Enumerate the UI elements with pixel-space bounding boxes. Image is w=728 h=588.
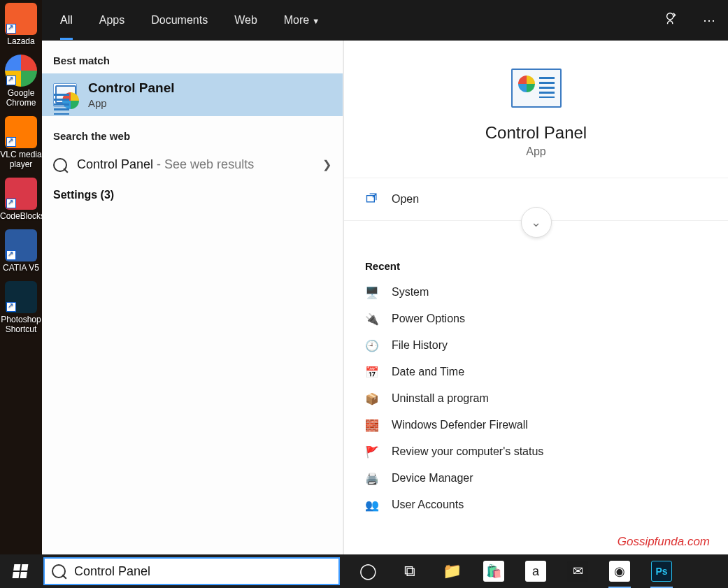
- best-match-result[interactable]: Control Panel App: [42, 73, 343, 116]
- recent-item-label: System: [392, 286, 429, 299]
- taskbar-search-box[interactable]: [43, 557, 340, 585]
- recent-item-label: Windows Defender Firewall: [392, 419, 528, 431]
- tab-web[interactable]: Web: [234, 1, 257, 40]
- web-result-row[interactable]: Control Panel - See web results ❯: [42, 149, 343, 180]
- search-web-header: Search the web: [42, 116, 343, 149]
- desktop-shortcut[interactable]: VLC media player: [0, 113, 42, 175]
- app-icon: [5, 281, 37, 313]
- search-tabs: AllAppsDocumentsWebMore▼ ⋯: [42, 0, 728, 41]
- taskview-icon[interactable]: ⧉: [389, 554, 431, 588]
- tab-actions: ⋯: [664, 0, 715, 41]
- recent-item[interactable]: 📦Uninstall a program: [365, 385, 707, 412]
- web-query: Control Panel: [77, 157, 153, 171]
- tab-more[interactable]: More▼: [284, 1, 320, 40]
- feedback-icon[interactable]: [664, 11, 679, 30]
- detail-column: Control Panel App Open ⌄ Recent 🖥️System…: [343, 41, 728, 554]
- start-button[interactable]: [0, 554, 41, 588]
- recent-item-icon: 🕘: [365, 338, 379, 352]
- taskbar-app-glyph: 🛍️: [483, 561, 504, 582]
- desktop-label: Photoshop Shortcut: [0, 315, 42, 334]
- desktop-shortcut[interactable]: Google Chrome: [0, 52, 42, 113]
- taskbar-app-glyph: a: [525, 561, 546, 582]
- svg-point-0: [667, 13, 673, 19]
- results-column: Best match Control Panel App Search the …: [42, 41, 343, 554]
- recent-list: 🖥️System🔌Power Options🕘File History📅Date…: [365, 279, 707, 518]
- recent-item[interactable]: 🖨️Device Manager: [365, 465, 707, 492]
- desktop-label: CodeBlocks: [0, 211, 42, 221]
- shortcut-badge-icon: [6, 76, 16, 85]
- search-panel: AllAppsDocumentsWebMore▼ ⋯ Best match Co…: [42, 0, 728, 554]
- taskbar-app-glyph: ⧉: [399, 561, 420, 582]
- app-icon: [5, 178, 37, 210]
- desktop-shortcut[interactable]: CATIA V5: [0, 227, 42, 278]
- best-match-title: Control Panel: [88, 80, 175, 96]
- recent-section: Recent 🖥️System🔌Power Options🕘File Histo…: [344, 243, 728, 525]
- recent-item[interactable]: 🕘File History: [365, 332, 707, 359]
- recent-item[interactable]: 🖥️System: [365, 279, 707, 306]
- web-result-text: Control Panel - See web results: [77, 157, 313, 172]
- open-icon: [365, 191, 379, 208]
- web-suffix: - See web results: [153, 157, 254, 171]
- detail-header: Control Panel App: [344, 41, 728, 178]
- recent-item-icon: 🖨️: [365, 471, 379, 485]
- recent-header: Recent: [365, 250, 707, 279]
- detail-subtitle: App: [526, 145, 545, 158]
- mail-icon[interactable]: ✉: [557, 554, 599, 588]
- chevron-right-icon: ❯: [322, 158, 331, 171]
- recent-item[interactable]: 📅Date and Time: [365, 359, 707, 385]
- recent-item[interactable]: 🚩Review your computer's status: [365, 438, 707, 465]
- windows-logo-icon: [13, 564, 29, 578]
- control-panel-icon: [53, 83, 77, 107]
- recent-item-icon: 👥: [365, 498, 379, 512]
- tab-documents[interactable]: Documents: [151, 1, 208, 40]
- search-input[interactable]: [74, 564, 331, 579]
- recent-item[interactable]: 🧱Windows Defender Firewall: [365, 412, 707, 438]
- shortcut-badge-icon: [6, 302, 16, 312]
- tab-apps[interactable]: Apps: [99, 1, 124, 40]
- recent-item-label: Device Manager: [392, 472, 473, 485]
- expand-button[interactable]: ⌄: [521, 207, 552, 238]
- taskbar-app-glyph: ✉: [567, 561, 588, 582]
- store-icon[interactable]: 🛍️: [473, 554, 515, 588]
- photoshop-icon[interactable]: Ps: [641, 554, 683, 588]
- search-icon: [52, 564, 66, 578]
- taskbar-icons: ◯⧉📁🛍️a✉◉Ps: [347, 554, 683, 588]
- desktop-label: CATIA V5: [0, 263, 42, 273]
- desktop-shortcut[interactable]: Lazada: [0, 0, 42, 52]
- open-label: Open: [392, 193, 419, 206]
- app-icon: [5, 3, 37, 35]
- recent-item[interactable]: 👥User Accounts: [365, 492, 707, 518]
- best-match-subtitle: App: [88, 97, 175, 109]
- explorer-icon[interactable]: 📁: [431, 554, 473, 588]
- cortana-icon[interactable]: ◯: [347, 554, 389, 588]
- recent-item-icon: 📦: [365, 392, 379, 406]
- recent-item-label: Review your computer's status: [392, 445, 543, 458]
- recent-item-label: Date and Time: [392, 366, 464, 378]
- watermark: Gossipfunda.com: [618, 535, 710, 549]
- chrome-icon[interactable]: ◉: [599, 554, 641, 588]
- recent-item-icon: 🔌: [365, 312, 379, 326]
- tab-all[interactable]: All: [60, 1, 73, 40]
- detail-title: Control Panel: [485, 123, 587, 143]
- recent-item-label: Power Options: [392, 313, 465, 325]
- shortcut-badge-icon: [6, 250, 16, 260]
- recent-item-label: User Accounts: [392, 499, 464, 511]
- recent-item-icon: 📅: [365, 365, 379, 379]
- search-body: Best match Control Panel App Search the …: [42, 41, 728, 554]
- desktop-label: VLC media player: [0, 150, 42, 169]
- search-icon: [53, 158, 67, 172]
- desktop-shortcut[interactable]: CodeBlocks: [0, 175, 42, 227]
- recent-item[interactable]: 🔌Power Options: [365, 306, 707, 332]
- best-match-header: Best match: [42, 41, 343, 73]
- shortcut-badge-icon: [6, 137, 16, 147]
- chevron-down-icon: ▼: [312, 17, 320, 25]
- desktop-shortcut[interactable]: Photoshop Shortcut: [0, 278, 42, 340]
- taskbar-app-glyph: Ps: [651, 561, 672, 582]
- desktop-label: Lazada: [0, 36, 42, 46]
- amazon-icon[interactable]: a: [515, 554, 557, 588]
- more-options-icon[interactable]: ⋯: [703, 13, 715, 28]
- recent-item-icon: 🖥️: [365, 285, 379, 299]
- recent-item-label: File History: [392, 339, 448, 352]
- settings-results-row[interactable]: Settings (3): [42, 180, 343, 210]
- desktop-label: Google Chrome: [0, 88, 42, 108]
